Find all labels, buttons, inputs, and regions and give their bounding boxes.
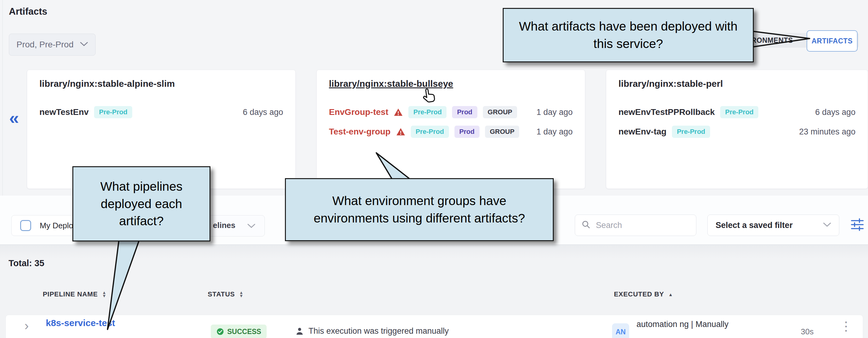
environment-type-filter-dropdown[interactable]: Prod, Pre-Prod bbox=[9, 34, 96, 56]
environment-name[interactable]: newEnvTestPPRollback bbox=[618, 107, 715, 117]
warning-icon bbox=[394, 108, 403, 117]
callout-artifacts-question: What artifacts have been deployed with t… bbox=[503, 8, 754, 62]
avatar: AN bbox=[612, 323, 629, 338]
saved-filter-dropdown[interactable]: Select a saved filter bbox=[707, 215, 839, 236]
artifact-title[interactable]: library/nginx:stable-perl bbox=[618, 79, 723, 89]
badge-prod: Prod bbox=[452, 106, 477, 118]
row-menu-icon[interactable]: ⋮ bbox=[840, 319, 852, 333]
callout-tail bbox=[371, 150, 420, 181]
artifact-deployment-row: newEnvTestPPRollbackPre-Prod6 days ago bbox=[618, 104, 856, 121]
sort-ascending-icon[interactable]: ▲ bbox=[668, 292, 673, 297]
search-box bbox=[575, 215, 696, 236]
badge-preprod: Pre-Prod bbox=[94, 106, 132, 118]
artifact-title[interactable]: library/nginx:stable-alpine-slim bbox=[39, 79, 175, 89]
search-input[interactable] bbox=[595, 220, 685, 230]
chevron-down-icon bbox=[823, 222, 831, 228]
execution-duration: 30s bbox=[801, 327, 814, 336]
artifact-card: library/nginx:stable-bullseye EnvGroup-t… bbox=[316, 70, 585, 189]
column-header-label: STATUS bbox=[208, 290, 235, 298]
callout-tail bbox=[101, 239, 147, 331]
environment-name[interactable]: newEnv-tag bbox=[618, 127, 666, 137]
artifact-deployment-row: newEnv-tagPre-Prod23 minutes ago bbox=[618, 123, 856, 140]
person-icon bbox=[295, 327, 304, 336]
badge-preprod: Pre-Prod bbox=[408, 106, 446, 118]
badge-preprod: Pre-Prod bbox=[672, 125, 710, 138]
environment-type-filter-value: Prod, Pre-Prod bbox=[17, 40, 73, 50]
artifact-card: library/nginx:stable-perl newEnvTestPPRo… bbox=[606, 70, 868, 189]
environment-name[interactable]: newTestEnv bbox=[39, 107, 89, 117]
environment-group-link[interactable]: Test-env-group bbox=[329, 127, 391, 137]
artifacts-page: Artifacts Prod, Pre-Prod « ENVIRONMENTS … bbox=[0, 0, 868, 338]
total-count: Total: 35 bbox=[8, 258, 44, 268]
badge-group: GROUP bbox=[485, 125, 520, 138]
artifact-deployment-row: newTestEnvPre-Prod6 days ago bbox=[39, 104, 283, 121]
artifact-deployment-row: Test-env-groupPre-ProdProdGROUP1 day ago bbox=[329, 123, 573, 140]
trigger-info: This execution was triggered manually bbox=[295, 327, 449, 336]
callout-tail bbox=[750, 27, 814, 51]
status-badge: SUCCESS bbox=[211, 325, 267, 338]
badge-group: GROUP bbox=[483, 106, 517, 118]
deployment-time: 6 days ago bbox=[815, 108, 856, 117]
environment-group-link[interactable]: EnvGroup-test bbox=[329, 107, 388, 117]
executed-by-text: automation ng | Manually bbox=[637, 320, 728, 329]
callout-env-groups-question: What environment groups have environment… bbox=[285, 178, 554, 241]
expand-row-icon[interactable]: › bbox=[25, 318, 29, 333]
column-header-pipeline-name[interactable]: PIPELINE NAME ▲▼ bbox=[43, 290, 106, 298]
saved-filter-value: Select a saved filter bbox=[716, 221, 793, 230]
page-title: Artifacts bbox=[9, 6, 47, 17]
chevron-down-icon bbox=[80, 41, 88, 48]
tab-artifacts[interactable]: ARTIFACTS bbox=[807, 30, 858, 52]
column-header-executed-by[interactable]: EXECUTED BY ▲ bbox=[614, 290, 673, 298]
artifact-deployment-row: EnvGroup-testPre-ProdProdGROUP1 day ago bbox=[329, 104, 573, 121]
sort-icon[interactable]: ▲▼ bbox=[239, 291, 244, 298]
status-label: SUCCESS bbox=[227, 328, 261, 336]
deployment-time: 1 day ago bbox=[536, 108, 573, 117]
badge-preprod: Pre-Prod bbox=[411, 125, 449, 138]
check-circle-icon bbox=[216, 328, 224, 336]
deployment-time: 1 day ago bbox=[536, 127, 573, 137]
warning-icon bbox=[396, 127, 405, 136]
trigger-text: This execution was triggered manually bbox=[308, 327, 449, 336]
collapse-panel-icon[interactable]: « bbox=[9, 108, 19, 128]
column-header-label: EXECUTED BY bbox=[614, 290, 664, 298]
badge-preprod: Pre-Prod bbox=[720, 106, 758, 118]
deployment-time: 6 days ago bbox=[243, 108, 283, 117]
my-deployments-checkbox[interactable] bbox=[20, 220, 31, 231]
callout-pipelines-question: What pipelines deployed each artifact? bbox=[72, 166, 211, 242]
column-header-label: PIPELINE NAME bbox=[43, 290, 98, 298]
filter-settings-icon[interactable] bbox=[850, 218, 864, 233]
pipelines-filter-value: elines bbox=[213, 221, 236, 230]
column-header-status[interactable]: STATUS ▲▼ bbox=[208, 290, 244, 298]
deployment-time: 23 minutes ago bbox=[799, 127, 856, 137]
search-icon bbox=[581, 220, 591, 231]
badge-prod: Prod bbox=[455, 125, 479, 138]
chevron-down-icon bbox=[247, 223, 255, 229]
hand-cursor-icon bbox=[419, 86, 439, 107]
